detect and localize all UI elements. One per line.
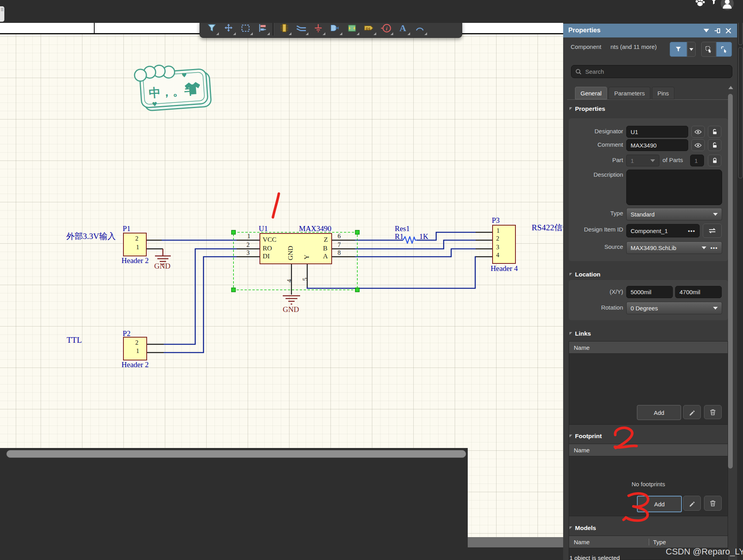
schematic-text[interactable]: 2 — [246, 242, 250, 248]
schematic-text[interactable]: 3 — [246, 250, 250, 256]
select-overlapping-button[interactable] — [701, 42, 716, 57]
section-links[interactable]: Links — [569, 330, 591, 337]
schematic-text[interactable]: TTL — [67, 336, 82, 344]
panel-collapse-handle[interactable]: ⠿ — [0, 6, 4, 22]
schematic-text[interactable]: 1 — [136, 244, 139, 251]
designator-visibility-button[interactable] — [691, 126, 705, 138]
schematic-canvas[interactable]: ♥ ♥ 中，。半 外部3.3V输入TTLRS422信号P1Header 2P2H… — [0, 0, 563, 560]
schematic-text[interactable]: 6 — [338, 233, 341, 240]
scroll-up-arrow[interactable] — [728, 86, 733, 89]
schematic-text[interactable]: 2 — [135, 235, 138, 242]
section-footprint[interactable]: Footprint — [569, 433, 602, 440]
tab-general[interactable]: General — [575, 87, 607, 99]
schematic-text[interactable]: VCC — [263, 236, 276, 243]
search-input[interactable]: Search — [571, 65, 732, 78]
pin-icon[interactable] — [714, 27, 721, 34]
part-select[interactable]: 1 — [626, 155, 659, 166]
schematic-text[interactable]: 7 — [338, 242, 341, 248]
tab-parameters[interactable]: Parameters — [609, 87, 650, 99]
place-text-button[interactable]: A — [394, 21, 411, 36]
designator-field[interactable]: U1 — [626, 126, 688, 138]
align-tool-button[interactable] — [254, 21, 271, 36]
schematic-text[interactable]: GND — [287, 246, 294, 260]
horizontal-scrollbar[interactable] — [6, 450, 466, 458]
schematic-text[interactable]: A — [323, 253, 328, 260]
select-area-tool-button[interactable] — [237, 21, 254, 36]
location-y-field[interactable]: 4700mil — [675, 286, 722, 298]
place-net-label-button[interactable] — [327, 21, 343, 36]
schematic-text[interactable]: Z — [324, 236, 328, 243]
scrollbar-track[interactable] — [468, 537, 563, 547]
schematic-text[interactable]: Header 2 — [121, 361, 149, 369]
schematic-text[interactable]: B — [323, 245, 327, 252]
schematic-text[interactable]: P2 — [123, 330, 131, 338]
paw-icon[interactable] — [694, 0, 706, 10]
filter-icon[interactable] — [709, 0, 719, 7]
schematic-text[interactable]: GND — [154, 262, 170, 270]
schematic-text[interactable]: 8 — [338, 250, 341, 256]
place-no-erc-button[interactable]: i — [377, 21, 394, 36]
parts-count-field[interactable]: 1 — [690, 155, 704, 166]
schematic-text[interactable]: RO — [263, 245, 272, 252]
more-button[interactable]: ••• — [688, 228, 695, 234]
component-body-P3[interactable] — [492, 225, 516, 264]
close-icon[interactable] — [725, 27, 732, 34]
section-location[interactable]: Location — [569, 271, 601, 278]
schematic-text[interactable]: 3 — [496, 244, 499, 251]
designator-lock-button[interactable] — [708, 126, 721, 138]
source-select[interactable]: MAX3490.SchLib ••• — [626, 241, 722, 254]
schematic-text[interactable]: RS422信号 — [532, 223, 563, 232]
schematic-text[interactable]: 4 — [496, 252, 499, 259]
schematic-text[interactable]: 1 — [497, 228, 500, 234]
links-delete-button[interactable] — [704, 405, 722, 419]
type-select[interactable]: Standard — [626, 208, 722, 220]
comment-lock-button[interactable] — [708, 139, 721, 151]
schematic-text[interactable]: U1 — [259, 225, 268, 233]
panel-dropdown-icon[interactable] — [704, 29, 709, 32]
schematic-text[interactable]: DI — [263, 253, 270, 260]
schematic-text[interactable]: 外部3.3V输入 — [66, 232, 116, 241]
links-add-button[interactable]: Add — [637, 405, 681, 420]
place-gnd-button[interactable] — [310, 21, 327, 36]
panel-scrollbar[interactable] — [728, 94, 733, 469]
schematic-text[interactable]: R1 — [395, 233, 403, 241]
links-edit-button[interactable] — [683, 405, 701, 419]
schematic-text[interactable]: 1 — [247, 233, 250, 240]
swap-component-button[interactable] — [703, 224, 722, 238]
component-body-P1[interactable] — [123, 233, 147, 256]
schematic-text[interactable]: 2 — [135, 340, 138, 346]
filter-dropdown-button[interactable] — [687, 42, 696, 57]
place-sheet-symbol-button[interactable] — [343, 21, 360, 36]
location-x-field[interactable]: 5000mil — [626, 286, 673, 298]
source-more-button[interactable]: ••• — [710, 245, 718, 251]
place-part-button[interactable] — [276, 21, 293, 36]
move-tool-button[interactable] — [220, 21, 237, 36]
schematic-text[interactable]: P3 — [492, 217, 500, 224]
place-harness-button[interactable]: D1 — [360, 21, 377, 36]
filter-tool-button[interactable] — [203, 21, 220, 36]
description-field[interactable] — [626, 170, 722, 205]
schematic-text[interactable]: 4 — [286, 279, 293, 282]
footprint-edit-button[interactable] — [683, 496, 701, 511]
schematic-text[interactable]: Res1 — [395, 225, 410, 233]
schematic-text[interactable]: P1 — [123, 225, 131, 233]
footprint-add-button[interactable]: Add — [637, 496, 682, 512]
rotation-select[interactable]: 0 Degrees — [626, 302, 722, 314]
comment-visibility-button[interactable] — [691, 139, 705, 151]
section-models[interactable]: Models — [569, 525, 596, 532]
part-lock-button[interactable] — [708, 155, 721, 166]
user-icon[interactable] — [720, 0, 734, 12]
filter-button[interactable] — [670, 42, 687, 57]
footprint-delete-button[interactable] — [704, 496, 722, 511]
schematic-text[interactable]: 1K — [419, 233, 428, 241]
select-single-button[interactable] — [716, 42, 732, 57]
tab-pins[interactable]: Pins — [652, 87, 674, 99]
design-item-id-field[interactable]: Component_1 ••• — [626, 224, 700, 237]
schematic-text[interactable]: MAX3490 — [299, 225, 331, 233]
schematic-text[interactable]: Y — [303, 255, 310, 259]
schematic-text[interactable]: Header 4 — [491, 265, 518, 273]
schematic-text[interactable]: Header 2 — [121, 257, 149, 265]
section-properties[interactable]: Properties — [569, 105, 605, 112]
schematic-text[interactable]: GND — [283, 306, 299, 314]
place-wire-button[interactable] — [293, 21, 310, 36]
